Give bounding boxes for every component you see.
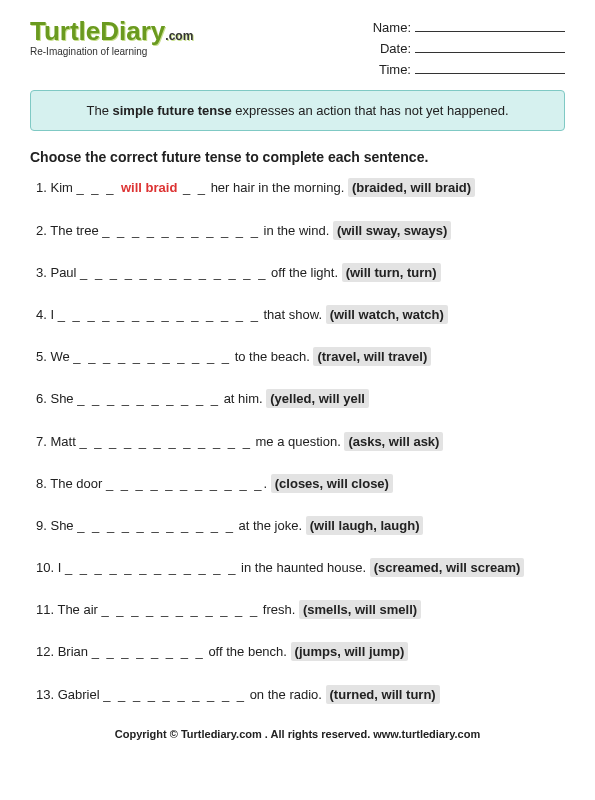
question-choices: (will laugh, laugh) bbox=[306, 516, 424, 535]
question-12: 12. Brian _ _ _ _ _ _ _ _ off the bench.… bbox=[36, 643, 565, 661]
question-num: 1. bbox=[36, 180, 50, 195]
question-post: me a question. bbox=[252, 434, 345, 449]
question-choices: (asks, will ask) bbox=[344, 432, 443, 451]
question-blank[interactable]: _ _ _ _ _ _ _ _ _ _ _ bbox=[102, 223, 260, 238]
question-num: 3. bbox=[36, 265, 50, 280]
question-pre: She bbox=[50, 518, 77, 533]
question-blank2[interactable]: _ _ bbox=[177, 180, 207, 195]
question-answer: will braid bbox=[121, 180, 177, 195]
question-pre: Kim bbox=[50, 180, 76, 195]
student-info: Name: Date: Time: bbox=[373, 18, 565, 80]
question-blank[interactable]: _ _ _ _ _ _ _ _ bbox=[92, 644, 205, 659]
question-num: 5. bbox=[36, 349, 50, 364]
question-post: . bbox=[264, 476, 271, 491]
question-choices: (braided, will braid) bbox=[348, 178, 475, 197]
question-11: 11. The air _ _ _ _ _ _ _ _ _ _ _ fresh.… bbox=[36, 601, 565, 619]
explain-bold: simple future tense bbox=[113, 103, 232, 118]
date-label: Date: bbox=[380, 41, 411, 56]
question-num: 4. bbox=[36, 307, 50, 322]
date-line: Date: bbox=[373, 39, 565, 60]
question-6: 6. She _ _ _ _ _ _ _ _ _ _ at him. (yell… bbox=[36, 390, 565, 408]
time-input-line[interactable] bbox=[415, 62, 565, 74]
question-choices: (closes, will close) bbox=[271, 474, 393, 493]
question-pre: I bbox=[50, 307, 57, 322]
question-blank[interactable]: _ _ _ _ _ _ _ _ _ _ _ _ bbox=[65, 560, 238, 575]
time-label: Time: bbox=[379, 62, 411, 77]
question-10: 10. I _ _ _ _ _ _ _ _ _ _ _ _ in the hau… bbox=[36, 559, 565, 577]
name-input-line[interactable] bbox=[415, 20, 565, 32]
question-3: 3. Paul _ _ _ _ _ _ _ _ _ _ _ _ _ off th… bbox=[36, 264, 565, 282]
time-line: Time: bbox=[373, 60, 565, 81]
question-post: in the wind. bbox=[260, 223, 333, 238]
logo-text: TurtleDiary.com bbox=[30, 18, 193, 44]
question-post: at him. bbox=[220, 391, 266, 406]
question-num: 2. bbox=[36, 223, 50, 238]
question-post: that show. bbox=[260, 307, 326, 322]
question-post: to the beach. bbox=[231, 349, 313, 364]
question-pre: Matt bbox=[50, 434, 79, 449]
question-pre: Gabriel bbox=[58, 687, 104, 702]
question-2: 2. The tree _ _ _ _ _ _ _ _ _ _ _ in the… bbox=[36, 222, 565, 240]
question-7: 7. Matt _ _ _ _ _ _ _ _ _ _ _ _ me a que… bbox=[36, 433, 565, 451]
logo-main-text: TurtleDiary bbox=[30, 16, 165, 46]
question-choices: (will watch, watch) bbox=[326, 305, 448, 324]
question-pre: The door bbox=[50, 476, 106, 491]
explanation-box: The simple future tense expresses an act… bbox=[30, 90, 565, 131]
question-choices: (will sway, sways) bbox=[333, 221, 451, 240]
question-post: at the joke. bbox=[235, 518, 306, 533]
header: TurtleDiary.com Re-Imagination of learni… bbox=[30, 18, 565, 80]
question-post: on the radio. bbox=[246, 687, 326, 702]
question-choices: (turned, will turn) bbox=[326, 685, 440, 704]
question-choices: (travel, will travel) bbox=[313, 347, 431, 366]
question-post: her hair in the morning. bbox=[207, 180, 348, 195]
question-pre: The air bbox=[57, 602, 101, 617]
question-num: 10. bbox=[36, 560, 58, 575]
question-num: 12. bbox=[36, 644, 58, 659]
question-blank[interactable]: _ _ _ _ _ _ _ _ _ _ bbox=[77, 391, 220, 406]
question-choices: (will turn, turn) bbox=[342, 263, 441, 282]
logo: TurtleDiary.com Re-Imagination of learni… bbox=[30, 18, 193, 57]
questions-list: 1. Kim _ _ _ will braid _ _ her hair in … bbox=[30, 179, 565, 703]
question-pre: The tree bbox=[50, 223, 102, 238]
question-blank[interactable]: _ _ _ _ _ _ _ _ _ _ _ _ _ _ bbox=[58, 307, 260, 322]
question-post: off the bench. bbox=[205, 644, 291, 659]
question-num: 6. bbox=[36, 391, 50, 406]
question-num: 11. bbox=[36, 602, 57, 617]
question-pre: I bbox=[58, 560, 65, 575]
explain-pre: The bbox=[86, 103, 112, 118]
question-blank[interactable]: _ _ _ _ _ _ _ _ _ _ _ bbox=[73, 349, 231, 364]
name-line: Name: bbox=[373, 18, 565, 39]
question-post: in the haunted house. bbox=[237, 560, 369, 575]
question-num: 8. bbox=[36, 476, 50, 491]
question-choices: (smells, will smell) bbox=[299, 600, 421, 619]
question-blank[interactable]: _ _ _ _ _ _ _ _ _ _ _ bbox=[77, 518, 235, 533]
question-1: 1. Kim _ _ _ will braid _ _ her hair in … bbox=[36, 179, 565, 197]
question-blank[interactable]: _ _ _ _ _ _ _ _ _ _ _ bbox=[102, 602, 260, 617]
question-num: 13. bbox=[36, 687, 58, 702]
question-blank[interactable]: _ _ _ _ _ _ _ _ _ _ bbox=[103, 687, 246, 702]
question-blank[interactable]: _ _ _ _ _ _ _ _ _ _ _ _ _ bbox=[80, 265, 267, 280]
logo-tagline: Re-Imagination of learning bbox=[30, 46, 193, 57]
question-choices: (yelled, will yell bbox=[266, 389, 369, 408]
question-blank[interactable]: _ _ _ _ _ _ _ _ _ _ _ bbox=[106, 476, 264, 491]
question-4: 4. I _ _ _ _ _ _ _ _ _ _ _ _ _ _ that sh… bbox=[36, 306, 565, 324]
question-5: 5. We _ _ _ _ _ _ _ _ _ _ _ to the beach… bbox=[36, 348, 565, 366]
question-pre: We bbox=[50, 349, 73, 364]
name-label: Name: bbox=[373, 20, 411, 35]
question-8: 8. The door _ _ _ _ _ _ _ _ _ _ _. (clos… bbox=[36, 475, 565, 493]
instructions: Choose the correct future tense to compl… bbox=[30, 149, 565, 165]
date-input-line[interactable] bbox=[415, 41, 565, 53]
question-pre: Brian bbox=[58, 644, 92, 659]
question-13: 13. Gabriel _ _ _ _ _ _ _ _ _ _ on the r… bbox=[36, 686, 565, 704]
question-num: 7. bbox=[36, 434, 50, 449]
explain-post: expresses an action that has not yet hap… bbox=[232, 103, 509, 118]
question-post: off the light. bbox=[267, 265, 341, 280]
question-choices: (jumps, will jump) bbox=[291, 642, 409, 661]
question-pre: She bbox=[50, 391, 77, 406]
question-blank[interactable]: _ _ _ bbox=[76, 180, 121, 195]
logo-dotcom: .com bbox=[165, 29, 193, 43]
footer-copyright: Copyright © Turtlediary.com . All rights… bbox=[30, 728, 565, 740]
question-choices: (screamed, will scream) bbox=[370, 558, 525, 577]
question-blank[interactable]: _ _ _ _ _ _ _ _ _ _ _ _ bbox=[79, 434, 252, 449]
question-num: 9. bbox=[36, 518, 50, 533]
